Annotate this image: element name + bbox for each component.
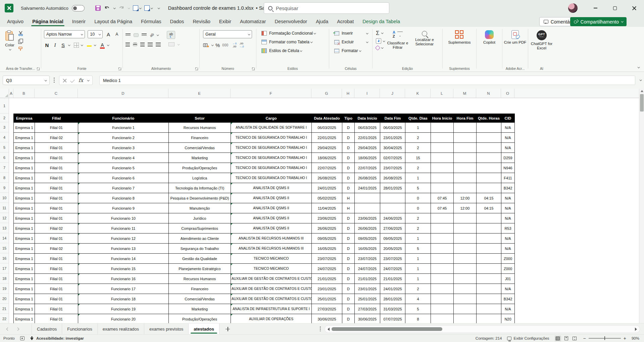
table-cell[interactable]: 5 — [405, 244, 431, 254]
format-cells-button[interactable]: Formatar — [333, 48, 372, 54]
table-cell[interactable]: D — [342, 264, 355, 274]
table-cell[interactable]: Funcionario 4 — [78, 153, 169, 163]
column-header-N[interactable]: N — [476, 89, 501, 98]
table-cell[interactable]: 24/01/2025 — [380, 284, 405, 294]
fill-color-dropdown-icon[interactable] — [94, 44, 96, 46]
table-cell[interactable] — [477, 244, 501, 254]
row-header-20[interactable]: 20 — [0, 294, 9, 304]
copilot-button[interactable]: Copilot — [477, 27, 502, 45]
table-cell[interactable]: 12:00 — [454, 193, 477, 203]
row-header-9[interactable]: 9 — [0, 183, 9, 193]
table-cell[interactable]: ANALISTA DE INFRAESTRUTURA E SUPORTE I — [231, 304, 312, 314]
table-cell[interactable]: Funcionario 20 — [78, 314, 169, 324]
table-cell[interactable]: 24/01/2025 — [355, 183, 380, 193]
table-cell[interactable]: Funcionario 9 — [78, 203, 169, 213]
align-top-icon[interactable] — [126, 34, 131, 36]
expand-formula-bar-icon[interactable] — [640, 79, 642, 81]
table-cell[interactable]: 24/06/2025 — [380, 213, 405, 223]
table-cell[interactable]: 18/06/2025 — [312, 153, 342, 163]
table-cell[interactable]: 1 — [405, 173, 431, 183]
undo-dropdown-icon[interactable] — [113, 7, 116, 9]
table-cell[interactable]: 1 — [405, 254, 431, 264]
table-cell[interactable]: Produção/Operações — [169, 163, 231, 173]
table-cell[interactable] — [477, 284, 501, 294]
table-cell[interactable]: Filial 01 — [35, 304, 78, 314]
table-cell[interactable]: 23/01/2025 — [355, 284, 380, 294]
prev-sheet-icon[interactable] — [6, 327, 10, 331]
table-cell[interactable]: TECNICO DE SEGURANCA DO TRABALHO I — [231, 153, 312, 163]
table-cell[interactable] — [477, 304, 501, 314]
ribbon-tab-automatizar[interactable]: Automatizar — [236, 17, 270, 27]
table-cell[interactable]: 30/06/2025 — [355, 314, 380, 324]
table-tool-dropdown-icon[interactable] — [139, 7, 142, 9]
wrap-text-button[interactable]: ab — [167, 31, 175, 39]
sheet-tab-exames-previstos[interactable]: exames previstos — [144, 324, 189, 334]
row-header-11[interactable]: 11 — [0, 203, 9, 213]
scroll-up-icon[interactable] — [641, 90, 643, 92]
decrease-decimal-icon[interactable]: ,00→,0 — [239, 42, 244, 48]
table-cell[interactable]: Recursos Humanos — [169, 123, 231, 133]
redo-icon[interactable] — [118, 5, 125, 11]
table-cell[interactable] — [454, 183, 477, 193]
font-color-icon[interactable]: A — [100, 43, 105, 47]
font-launcher-icon[interactable] — [118, 68, 121, 70]
table-cell[interactable]: J01 — [501, 274, 515, 284]
row-header-7[interactable]: 7 — [0, 163, 9, 173]
table-cell[interactable]: 26/06/2025 — [355, 223, 380, 233]
table-cell[interactable]: Filial 01 — [35, 274, 78, 284]
font-family-select[interactable]: Aptos Narrow — [44, 30, 85, 38]
normal-view-button[interactable] — [555, 336, 561, 341]
row-header-18[interactable]: 18 — [0, 273, 9, 284]
table-cell[interactable]: 16/05/2025 — [312, 244, 342, 254]
table-cell[interactable]: D259 — [501, 153, 515, 163]
table-cell[interactable]: Empresa 1 — [14, 244, 35, 254]
scroll-left-icon[interactable] — [328, 328, 330, 331]
table-cell[interactable]: Filial 01 — [35, 143, 78, 153]
table-cell[interactable]: 21/01/2025 — [380, 274, 405, 284]
table-cell[interactable]: D — [342, 153, 355, 163]
ribbon-tab-f-rmulas[interactable]: Fórmulas — [137, 17, 165, 27]
table-cell[interactable]: Funcionario 2 — [78, 133, 169, 143]
table-cell[interactable]: Filial 01 — [35, 233, 78, 244]
table-cell[interactable] — [477, 123, 501, 133]
redo-dropdown-icon[interactable] — [128, 7, 130, 9]
cell-styles-button[interactable]: Estilos de Célula — [260, 48, 329, 54]
table-cell[interactable]: 23/07/2025 — [380, 163, 405, 173]
table-cell[interactable]: Empresa 1 — [14, 254, 35, 264]
table-cell[interactable]: 1 — [405, 233, 431, 244]
table-cell[interactable]: Tecnologia da Informação (TI) — [169, 183, 231, 193]
table-cell[interactable]: Funcionario 10 — [78, 213, 169, 223]
table-cell[interactable]: 09/05/2025 — [312, 233, 342, 244]
table-cell[interactable]: Filial 01 — [35, 264, 78, 274]
table-cell[interactable]: 15 — [405, 153, 431, 163]
ribbon-tab-arquivo[interactable]: Arquivo — [3, 17, 28, 27]
chatgpt-button[interactable]: GPT— EXCEL — ChatGPT for Excel — [528, 27, 555, 50]
table-cell[interactable]: Z000 — [501, 254, 515, 264]
table-cell[interactable]: N/A — [501, 203, 515, 213]
align-right-icon[interactable] — [140, 43, 145, 46]
zoom-out-button[interactable]: − — [583, 336, 586, 341]
table-cell[interactable]: Empresa 1 — [14, 213, 35, 223]
table-cell[interactable] — [454, 254, 477, 264]
table-cell[interactable]: Segurança do Trabalho — [169, 244, 231, 254]
align-left-icon[interactable] — [126, 43, 130, 46]
table-cell[interactable]: 2 — [405, 143, 431, 153]
table-cell[interactable] — [431, 213, 454, 223]
table-cell[interactable] — [431, 274, 454, 284]
table-cell[interactable]: 20/05/2025 — [380, 244, 405, 254]
table-cell[interactable]: Funcionario 8 — [78, 193, 169, 203]
table-cell[interactable] — [454, 314, 477, 324]
row-header-15[interactable]: 15 — [0, 243, 9, 253]
table-cell[interactable]: 5 — [405, 304, 431, 314]
table-cell[interactable]: Filial 01 — [35, 163, 78, 173]
table-cell[interactable]: Empresa 1 — [14, 153, 35, 163]
table-cell[interactable] — [454, 133, 477, 143]
table-cell[interactable]: Filial 01 — [35, 203, 78, 213]
row-header-4[interactable]: 4 — [0, 132, 9, 142]
table-cell[interactable]: Funcionario 16 — [78, 274, 169, 284]
table-cell[interactable]: ANALISTA DE QSMS II — [231, 193, 312, 203]
table-cell[interactable]: Comercial/Vendas — [169, 143, 231, 153]
currency-dropdown-icon[interactable] — [211, 44, 214, 46]
clear-icon[interactable] — [375, 45, 381, 51]
autosum-icon[interactable]: Σ — [376, 30, 380, 36]
